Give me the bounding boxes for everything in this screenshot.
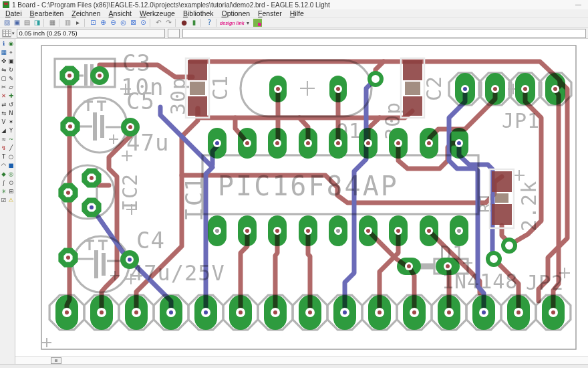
undo-button[interactable]: ↶ xyxy=(154,18,164,27)
cam-processor-button[interactable]: ◨ xyxy=(32,18,42,27)
tool-paste-button[interactable]: ▱ xyxy=(7,83,15,92)
tool-pinswap-button[interactable]: ⇄ xyxy=(0,100,7,109)
toolbar-separator xyxy=(216,19,218,27)
tool-signal-button[interactable]: ∫ xyxy=(0,179,7,187)
zoom-out-button[interactable]: ⊖ xyxy=(108,18,118,27)
menu-datei[interactable]: Datei xyxy=(1,9,26,17)
scrollbar-button[interactable] xyxy=(51,357,61,364)
open-button[interactable]: ▨ xyxy=(2,18,12,27)
tool-gateswap-button[interactable]: ⇆ xyxy=(0,109,7,118)
tool-split-button[interactable]: Y xyxy=(7,126,15,135)
menu-bibliothek[interactable]: Bibliothek xyxy=(179,9,218,17)
design-link-logo[interactable]: design link xyxy=(220,21,245,25)
tool-info-button[interactable]: ℹ xyxy=(0,39,7,48)
menu-optionen[interactable]: Optionen xyxy=(217,9,254,17)
tool-rotate-button[interactable]: ↻ xyxy=(7,66,15,74)
coordinate-display: 0.05 inch (0.25 0.75) xyxy=(17,29,165,38)
tool-miter-button[interactable]: ◢ xyxy=(0,126,7,135)
tool-change-button[interactable]: ✎ xyxy=(7,74,15,83)
print-button[interactable]: ▤ xyxy=(22,18,32,27)
svg-text:C1: C1 xyxy=(208,75,232,100)
help-button[interactable]: ? xyxy=(204,18,214,27)
tool-optimize-button[interactable]: ≈ xyxy=(0,135,7,144)
tool-value-button[interactable]: V xyxy=(0,118,7,126)
toolbar-separator xyxy=(43,19,46,27)
menu-hilfe[interactable]: Hilfe xyxy=(286,9,308,17)
tool-group-button[interactable]: ▢ xyxy=(0,74,7,83)
grid-dropdown-icon[interactable]: ▾ xyxy=(12,31,15,36)
tool-delete-button[interactable]: ✕ xyxy=(0,92,7,100)
command-toolbar: ℹ◉▦⌖✜▣⇋↻▢✎✂▱✕✚⇄↺⇆NV✶◢Y≈~↯╱T○◠■◆◎∫⊙✳⊞☑⚠ xyxy=(0,39,15,364)
script-button[interactable]: ▥ xyxy=(63,18,73,27)
menu-zeichnen[interactable]: Zeichnen xyxy=(67,9,104,17)
tool-route-button[interactable]: ~ xyxy=(7,135,15,144)
tool-polygon-button[interactable]: ◆ xyxy=(0,170,7,179)
title-bar: 1 Board - C:\Program Files (x86)\EAGLE-5… xyxy=(0,0,588,9)
tool-wire-button[interactable]: ╱ xyxy=(7,144,15,153)
command-history-box[interactable] xyxy=(168,29,180,38)
svg-text:C4: C4 xyxy=(136,227,165,254)
run-button[interactable]: ▸ xyxy=(73,18,83,27)
window-title: 1 Board - C:\Program Files (x86)\EAGLE-5… xyxy=(12,1,330,9)
save-button[interactable]: ▣ xyxy=(12,18,22,27)
element14-logo[interactable] xyxy=(253,19,262,27)
grid-button[interactable] xyxy=(2,29,11,37)
app-icon xyxy=(3,1,9,8)
tool-rect-button[interactable]: ■ xyxy=(7,161,15,170)
tool-drc-button[interactable]: ☑ xyxy=(0,196,7,205)
tool-cut-button[interactable]: ✂ xyxy=(0,83,7,92)
menu-bearbeiten[interactable]: Bearbeiten xyxy=(26,9,68,17)
canvas-scroll-strip xyxy=(15,356,588,364)
zoom-in-button[interactable]: ⊕ xyxy=(98,18,108,27)
parameter-bar: ▾ 0.05 inch (0.25 0.75) xyxy=(0,28,588,39)
tool-add-button[interactable]: ✚ xyxy=(7,92,15,100)
tool-smash-button[interactable]: ✶ xyxy=(7,118,15,126)
tool-ripup-button[interactable]: ↯ xyxy=(0,144,7,153)
zoom-last-button[interactable]: ⊙ xyxy=(138,18,148,27)
status-bar xyxy=(0,364,588,368)
menu-bar: DateiBearbeitenZeichnenAnsichtWerkzeugeB… xyxy=(0,9,588,17)
tool-errors-button[interactable]: ⚠ xyxy=(7,196,15,205)
svg-text:C5: C5 xyxy=(126,88,155,114)
toolbar-separator xyxy=(200,19,203,27)
go-button[interactable]: ▮ xyxy=(189,18,199,27)
toolbar-separator xyxy=(175,19,178,27)
tool-copy-button[interactable]: ▣ xyxy=(7,57,15,66)
command-input[interactable] xyxy=(182,29,586,38)
svg-text:C2: C2 xyxy=(422,76,446,101)
zoom-select-button[interactable]: ⊠ xyxy=(128,18,138,27)
zoom-fit-button[interactable]: ⊡ xyxy=(88,18,98,27)
svg-text:IC2: IC2 xyxy=(118,173,142,211)
toolbar-separator xyxy=(150,19,152,27)
redo-button[interactable]: ↷ xyxy=(164,18,174,27)
stop-button[interactable]: ● xyxy=(179,18,189,27)
pcb-drawing: C310nC547uC447u/25VPIC16F84APQ1JP1JP2D11… xyxy=(15,39,588,356)
tool-mark-button[interactable]: ⌖ xyxy=(7,48,15,57)
tool-auto-button[interactable]: ⊞ xyxy=(7,187,15,196)
board-canvas[interactable]: C310nC547uC447u/25VPIC16F84APQ1JP1JP2D11… xyxy=(15,39,588,356)
design-link-dropdown-icon[interactable]: ▼ xyxy=(246,21,251,25)
tool-text-button[interactable]: T xyxy=(0,153,7,161)
tool-ratsnest-button[interactable]: ✳ xyxy=(0,187,7,196)
toolbar-separator xyxy=(84,19,87,27)
tool-hole-button[interactable]: ⊙ xyxy=(7,179,15,187)
menu-ansicht[interactable]: Ansicht xyxy=(105,9,136,17)
tool-move-button[interactable]: ✜ xyxy=(0,57,7,66)
minimize-button[interactable]: — xyxy=(571,1,585,8)
tool-circle-button[interactable]: ○ xyxy=(7,153,15,161)
tool-show-button[interactable]: ◉ xyxy=(7,39,15,48)
tool-name-button[interactable]: N xyxy=(7,109,15,118)
tool-via-button[interactable]: ◎ xyxy=(7,170,15,179)
tool-replace-button[interactable]: ↺ xyxy=(7,100,15,109)
switch-schematic-button[interactable]: ▦ xyxy=(47,18,57,27)
tool-arc-button[interactable]: ◠ xyxy=(0,161,7,170)
zoom-redraw-button[interactable]: ◎ xyxy=(118,18,128,27)
toolbar-separator xyxy=(59,19,61,27)
tool-mirror-button[interactable]: ⇋ xyxy=(0,66,7,74)
menu-werkzeuge[interactable]: Werkzeuge xyxy=(136,9,179,17)
main-toolbar: ▨▣▤◨▦▥▸⊡⊕⊖◎⊠⊙↶↷●▮? design link ▼ xyxy=(0,17,588,28)
menu-fenster[interactable]: Fenster xyxy=(254,9,286,17)
tool-display-button[interactable]: ▦ xyxy=(0,48,7,57)
